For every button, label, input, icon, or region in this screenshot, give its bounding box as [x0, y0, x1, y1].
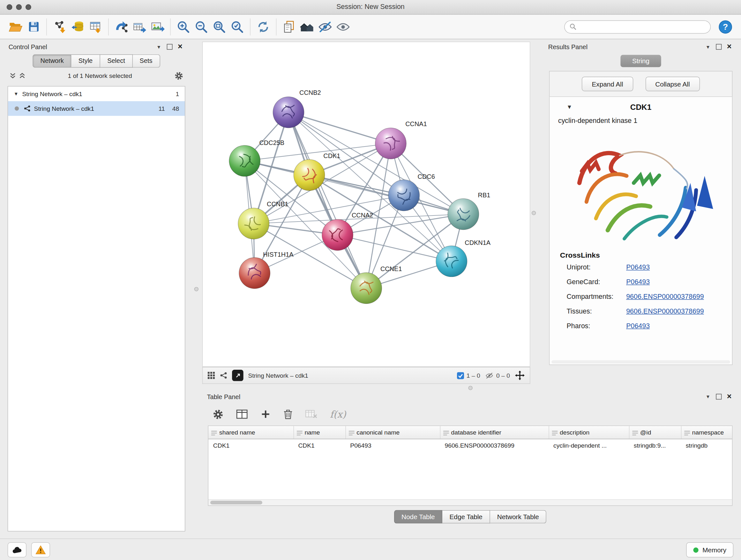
- import-network-file-button[interactable]: [51, 18, 68, 36]
- network-node-CCNB1[interactable]: [238, 208, 269, 239]
- network-canvas[interactable]: CCNB2CCNA1CDC25BCDK1CDC6RB1CCNB1CCNA2CDK…: [202, 42, 530, 367]
- zoom-out-button[interactable]: [192, 18, 210, 36]
- tab-network[interactable]: Network: [33, 54, 71, 67]
- hide-selected-button[interactable]: [316, 18, 334, 36]
- network-icon[interactable]: [220, 372, 227, 379]
- import-network-database-button[interactable]: [69, 18, 86, 36]
- table-cell[interactable]: CDK1: [208, 439, 293, 452]
- toolbar-search-input[interactable]: [577, 23, 705, 30]
- import-table-file-button[interactable]: [86, 18, 105, 36]
- table-cell[interactable]: stringdb: [681, 439, 732, 452]
- bottom-splitter-handle[interactable]: [468, 386, 473, 390]
- left-splitter-handle[interactable]: [194, 287, 199, 291]
- gear-icon[interactable]: [174, 71, 183, 80]
- tab-select[interactable]: Select: [100, 54, 132, 67]
- collapse-section-icon[interactable]: ▼: [567, 104, 572, 110]
- network-node-CDC6[interactable]: [388, 180, 419, 211]
- table-cell[interactable]: stringdb:9...: [629, 439, 681, 452]
- open-session-button[interactable]: [7, 18, 24, 36]
- function-builder-button[interactable]: f(x): [330, 408, 346, 420]
- show-columns-icon[interactable]: [236, 409, 248, 420]
- add-column-plus-icon[interactable]: [260, 409, 271, 420]
- scrollbar-thumb[interactable]: [210, 501, 262, 504]
- open-in-new-window-button[interactable]: [232, 370, 244, 381]
- tree-expand-icon[interactable]: ▼: [14, 91, 18, 97]
- table-horizontal-scrollbar[interactable]: [208, 499, 732, 505]
- table-cell[interactable]: CDK1: [293, 439, 346, 452]
- crosslink-value-link[interactable]: 9606.ENSP00000378699: [626, 307, 704, 315]
- network-node-HIST1H1A[interactable]: [239, 258, 270, 289]
- collapse-all-icon[interactable]: [10, 72, 16, 79]
- column-header-canonical-name[interactable]: canonical name: [346, 426, 440, 439]
- close-panel-icon[interactable]: ×: [727, 392, 732, 401]
- right-splitter-handle[interactable]: [532, 211, 536, 215]
- tab-style[interactable]: Style: [71, 54, 100, 67]
- birds-eye-grid-icon[interactable]: [207, 372, 215, 379]
- column-header--id[interactable]: @id: [629, 426, 681, 439]
- expand-all-button[interactable]: Expand All: [582, 77, 633, 91]
- new-table-button[interactable]: [131, 18, 148, 36]
- expand-all-icon[interactable]: [19, 72, 25, 79]
- zoom-in-button[interactable]: [174, 18, 192, 36]
- table-cell[interactable]: P06493: [346, 439, 440, 452]
- network-node-RB1[interactable]: [448, 199, 479, 230]
- crosslink-value-link[interactable]: P06493: [626, 263, 650, 271]
- float-panel-icon[interactable]: [167, 44, 173, 50]
- table-cell[interactable]: cyclin-dependent ...: [549, 439, 629, 452]
- crosslink-value-link[interactable]: P06493: [626, 322, 650, 329]
- tab-edge-table[interactable]: Edge Table: [442, 510, 490, 523]
- warnings-button[interactable]: [31, 543, 50, 557]
- pan-crosshair-icon[interactable]: [515, 370, 525, 381]
- show-graphics-details-button[interactable]: [298, 18, 316, 36]
- column-header-namespace[interactable]: namespace: [681, 426, 732, 439]
- delete-trash-icon[interactable]: [283, 408, 293, 420]
- column-header-description[interactable]: description: [549, 426, 629, 439]
- network-edge-CCNA2-CDKN1A[interactable]: [338, 235, 452, 261]
- delete-column-icon[interactable]: [306, 409, 318, 420]
- panel-menu-icon[interactable]: ▾: [157, 44, 160, 50]
- memory-button[interactable]: Memory: [686, 543, 733, 557]
- network-node-CCNA2[interactable]: [322, 219, 353, 250]
- save-session-button[interactable]: [24, 18, 43, 36]
- network-node-CCNA1[interactable]: [375, 128, 406, 159]
- results-scrollbar[interactable]: [551, 360, 730, 363]
- crosslink-value-link[interactable]: 9606.ENSP00000378699: [626, 293, 704, 300]
- network-node-CDC25B[interactable]: [229, 145, 260, 176]
- crosslink-value-link[interactable]: P06493: [626, 278, 650, 286]
- table-settings-gear-icon[interactable]: [212, 409, 223, 420]
- network-row-selected[interactable]: String Network – cdk1 11 48: [8, 101, 185, 116]
- column-header-shared-name[interactable]: shared name: [208, 426, 293, 439]
- network-node-CCNE1[interactable]: [351, 273, 382, 304]
- network-collection-row[interactable]: ▼ String Network – cdk1 1: [8, 86, 185, 101]
- column-header-database-identifier[interactable]: database identifier: [440, 426, 549, 439]
- float-panel-icon[interactable]: [716, 394, 722, 400]
- cloud-status-button[interactable]: [8, 543, 26, 557]
- network-edge-CCNB2-CCNE1[interactable]: [288, 112, 366, 288]
- clone-network-button[interactable]: [112, 18, 130, 36]
- column-header-name[interactable]: name: [293, 426, 346, 439]
- show-all-button[interactable]: [334, 18, 352, 36]
- network-node-CDK1[interactable]: [293, 159, 325, 190]
- refresh-view-button[interactable]: [254, 18, 272, 36]
- export-image-button[interactable]: [148, 18, 166, 36]
- float-panel-icon[interactable]: [716, 44, 722, 50]
- tab-network-table[interactable]: Network Table: [490, 510, 547, 523]
- tab-sets[interactable]: Sets: [132, 54, 160, 67]
- zoom-fit-button[interactable]: [210, 18, 228, 36]
- help-button[interactable]: ?: [717, 18, 734, 36]
- collapse-all-button[interactable]: Collapse All: [645, 77, 700, 91]
- close-panel-icon[interactable]: ×: [727, 42, 732, 52]
- network-node-CCNB2[interactable]: [273, 97, 304, 128]
- network-edge-CCNB2-CCNA1[interactable]: [288, 112, 391, 143]
- copy-document-button[interactable]: [280, 18, 298, 36]
- network-edge-CDK1-RB1[interactable]: [309, 175, 463, 214]
- gene-header[interactable]: ▼ CDK1: [549, 97, 732, 117]
- panel-menu-icon[interactable]: ▾: [706, 393, 710, 400]
- table-row[interactable]: CDK1CDK1P064939606.ENSP00000378699cyclin…: [208, 439, 732, 452]
- tab-string[interactable]: String: [620, 55, 661, 67]
- zoom-selected-button[interactable]: [228, 18, 246, 36]
- tab-node-table[interactable]: Node Table: [394, 510, 442, 523]
- table-cell[interactable]: 9606.ENSP00000378699: [440, 439, 549, 452]
- panel-menu-icon[interactable]: ▾: [706, 44, 710, 50]
- close-panel-icon[interactable]: ×: [178, 42, 183, 52]
